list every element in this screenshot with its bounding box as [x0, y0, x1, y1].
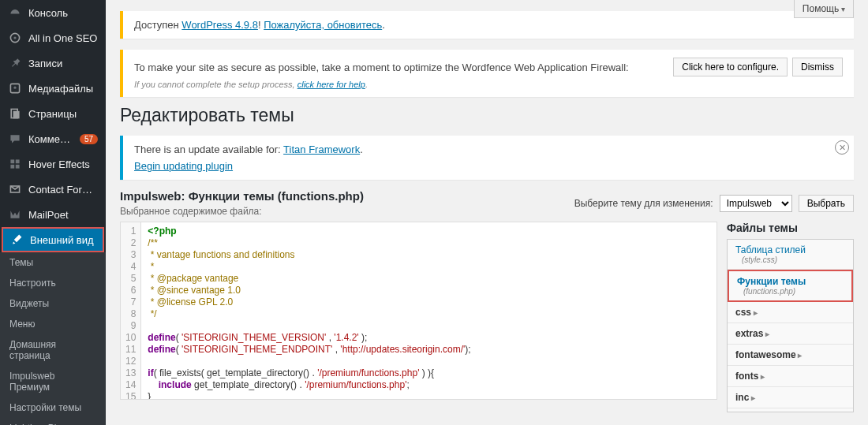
sidebar-item-label: Комментарии	[28, 133, 73, 145]
plugin-update-notice: ✕ There is an update available for: Tita…	[120, 136, 854, 180]
sidebar-item-pages[interactable]: Страницы	[0, 101, 106, 126]
sidebar-item-label: Contact Form 7	[28, 184, 98, 196]
svg-rect-5	[13, 111, 20, 119]
close-icon[interactable]: ✕	[835, 140, 849, 155]
theme-select[interactable]: Impulsweb	[720, 195, 792, 212]
file-entry[interactable]: css	[728, 302, 853, 323]
theme-files-panel: Файлы темы Таблица стилей(style.css)Функ…	[727, 222, 854, 412]
file-entry[interactable]: fontawesome	[728, 345, 853, 366]
sub-menus[interactable]: Меню	[0, 314, 106, 334]
grid-icon	[8, 157, 22, 171]
dismiss-button[interactable]: Dismiss	[792, 58, 843, 76]
sub-impulsweb-premium[interactable]: Impulsweb Премиум	[0, 366, 106, 397]
file-title: Impulsweb: Функции темы (functions.php)	[120, 189, 364, 203]
notice-text: Доступен	[134, 19, 181, 31]
sub-lightbox[interactable]: Lightbox Plus Colorbox	[0, 418, 106, 425]
sidebar-item-hovereffects[interactable]: Hover Effects	[0, 151, 106, 177]
code-content[interactable]: <?php/** * vantage functions and definit…	[141, 222, 477, 399]
sidebar-item-label: Записи	[28, 58, 98, 69]
sidebar-item-label: MailPoet	[28, 209, 98, 221]
sidebar-item-comments[interactable]: Комментарии 57	[0, 126, 106, 151]
sidebar-item-appearance[interactable]: Внешний вид	[2, 227, 104, 252]
pin-icon	[8, 56, 22, 70]
brush-icon	[9, 233, 24, 247]
file-entry[interactable]: Функции темы(functions.php)	[728, 270, 853, 302]
sidebar-item-mailpoet[interactable]: MailPoet	[0, 202, 106, 227]
select-button[interactable]: Выбрать	[799, 195, 854, 212]
sub-homepage[interactable]: Домашняя страница	[0, 334, 106, 366]
sidebar-item-media[interactable]: Медиафайлы	[0, 76, 106, 101]
sidebar-item-cf7[interactable]: Contact Form 7	[0, 177, 106, 202]
svg-point-3	[13, 87, 16, 89]
file-entry[interactable]: Таблица стилей(style.css)	[728, 240, 853, 270]
sub-customize[interactable]: Настроить	[0, 273, 106, 293]
sidebar-item-label: Медиафайлы	[28, 83, 98, 95]
sidebar-item-label: Консоль	[28, 7, 98, 19]
line-numbers: 12345678910111213141516	[121, 222, 141, 399]
file-entry[interactable]: inc	[728, 387, 853, 408]
file-entry[interactable]: new_year	[728, 408, 853, 412]
sidebar-item-posts[interactable]: Записи	[0, 50, 106, 76]
sidebar-item-label: All in One SEO	[28, 32, 98, 44]
aioseo-icon	[8, 31, 22, 45]
sidebar-item-console[interactable]: Консоль	[0, 0, 106, 25]
svg-rect-9	[16, 165, 20, 169]
wp-version-link[interactable]: WordPress 4.9.8	[181, 19, 258, 31]
file-description: Выбранное содержимое файла:	[120, 206, 364, 217]
svg-rect-6	[10, 159, 14, 163]
comment-icon	[8, 132, 22, 146]
begin-updating-link[interactable]: Begin updating plugin	[134, 160, 233, 172]
sub-theme-settings[interactable]: Настройки темы	[0, 397, 106, 418]
wordfence-notice: To make your site as secure as possible,…	[120, 50, 854, 97]
file-entry[interactable]: fonts	[728, 366, 853, 387]
main-content: Помощь Доступен WordPress 4.9.8! Пожалуй…	[106, 0, 868, 425]
sidebar-item-label: Внешний вид	[30, 234, 96, 246]
wp-update-notice: Доступен WordPress 4.9.8! Пожалуйста, об…	[120, 11, 854, 39]
svg-point-1	[13, 36, 16, 39]
help-link[interactable]: click here for help	[297, 80, 365, 89]
svg-rect-8	[10, 165, 14, 169]
media-icon	[8, 81, 22, 95]
badge-count: 57	[80, 134, 98, 144]
file-entry[interactable]: extras	[728, 323, 853, 345]
theme-select-label: Выберите тему для изменения:	[574, 198, 713, 209]
configure-button[interactable]: Click here to configure.	[673, 58, 788, 76]
mailpoet-icon	[8, 207, 22, 222]
svg-rect-7	[16, 159, 20, 163]
help-tab[interactable]: Помощь	[794, 0, 854, 18]
sub-widgets[interactable]: Виджеты	[0, 293, 106, 314]
pages-icon	[8, 106, 22, 121]
code-editor[interactable]: 12345678910111213141516 <?php/** * vanta…	[120, 222, 717, 400]
update-please-link[interactable]: Пожалуйста, обновитесь	[264, 19, 382, 31]
files-heading: Файлы темы	[727, 222, 854, 234]
sub-themes[interactable]: Темы	[0, 252, 106, 273]
sidebar-item-label: Hover Effects	[28, 158, 98, 170]
mail-icon	[8, 182, 22, 196]
sidebar-item-label: Страницы	[28, 108, 98, 120]
page-title: Редактировать темы	[120, 105, 854, 126]
sidebar-item-aioseo[interactable]: All in One SEO	[0, 25, 106, 50]
dashboard-icon	[8, 6, 22, 20]
appearance-submenu: Темы Настроить Виджеты Меню Домашняя стр…	[0, 252, 106, 425]
titan-link[interactable]: Titan Framework	[283, 144, 360, 155]
admin-sidebar: Консоль All in One SEO Записи Медиафайлы…	[0, 0, 106, 425]
notice-text: To make your site as secure as possible,…	[134, 62, 629, 73]
theme-files-list[interactable]: Таблица стилей(style.css)Функции темы(fu…	[727, 239, 854, 412]
